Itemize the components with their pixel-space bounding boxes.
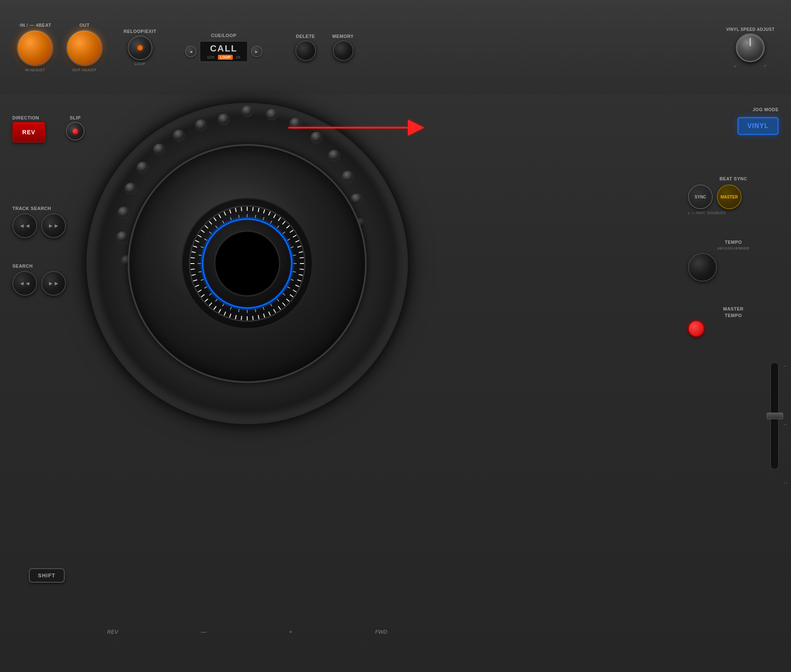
dj-controller: ·IN / — 4BEAT IN ADJUST OUT OUT ADJUST R… — [0, 0, 791, 672]
vinyl-mode-button[interactable]: VINYL — [737, 117, 779, 135]
delete-button[interactable] — [295, 40, 316, 61]
svg-line-44 — [300, 258, 304, 258]
svg-line-71 — [195, 285, 199, 287]
slip-button[interactable] — [66, 122, 84, 140]
svg-line-40 — [293, 235, 297, 237]
svg-line-72 — [193, 280, 197, 281]
svg-line-59 — [253, 316, 253, 320]
in-adjust-label: IN ADJUST — [25, 68, 45, 72]
tempo-slider-thumb[interactable] — [767, 413, 783, 419]
svg-line-112 — [215, 299, 218, 301]
svg-line-37 — [283, 221, 286, 224]
jog-blue-ring — [202, 218, 293, 309]
svg-point-26 — [173, 130, 185, 141]
slider-mark-bottom: — — [784, 481, 787, 484]
minus-label: — — [201, 629, 206, 635]
master-button[interactable]: MASTER — [717, 184, 742, 209]
cue-loop-controls: ◄ CALL 1/2X LOOP 2X ► — [185, 41, 262, 62]
jog-inner-platter[interactable] — [128, 144, 367, 383]
call-right-arrow[interactable]: ► — [251, 46, 262, 57]
call-left-arrow[interactable]: ◄ — [185, 46, 197, 57]
memory-button[interactable] — [333, 40, 353, 61]
svg-line-66 — [214, 306, 216, 310]
direction-label: DIRECTION — [12, 115, 45, 120]
svg-line-82 — [205, 226, 208, 229]
svg-point-27 — [195, 119, 207, 131]
beat-sync-label: BEAT SYNC — [688, 176, 779, 181]
loop-sublabel: LOOP — [135, 62, 145, 66]
track-search-group: TRACK SEARCH ◄◄ ►► — [12, 206, 66, 238]
svg-line-123 — [222, 221, 224, 224]
cue-loop-label: CUE/LOOP — [211, 33, 236, 38]
vinyl-speed-knob[interactable] — [736, 33, 765, 62]
search-forward-button[interactable]: ►► — [41, 271, 66, 296]
out-adjust-label: OUT ADJUST — [73, 68, 97, 72]
sync-button[interactable]: SYNC — [688, 184, 713, 209]
jog-mode-section: JOG MODE VINYL — [688, 107, 779, 135]
svg-line-50 — [293, 290, 297, 292]
svg-point-4 — [328, 150, 340, 161]
reloop-dot — [138, 45, 143, 50]
svg-line-69 — [201, 294, 204, 297]
svg-line-78 — [193, 246, 197, 247]
search-buttons: ◄◄ ►► — [12, 271, 66, 296]
svg-line-101 — [290, 279, 294, 280]
tempo-section: TEMPO ±6/±10/±16/WIDE — [688, 240, 779, 282]
slip-dot — [73, 128, 78, 134]
svg-line-36 — [278, 217, 281, 221]
search-group: SEARCH ◄◄ ►► — [12, 264, 66, 296]
master-tempo-button[interactable] — [688, 320, 704, 337]
tempo-knob[interactable] — [688, 253, 717, 282]
track-search-back-button[interactable]: ◄◄ — [12, 213, 37, 238]
svg-line-53 — [283, 303, 286, 306]
slip-group: SLIP — [66, 115, 84, 140]
jog-wheel-container — [87, 103, 408, 424]
svg-line-109 — [239, 309, 239, 312]
call-text: CALL — [210, 43, 238, 54]
svg-line-48 — [297, 280, 302, 281]
arrow-line — [288, 127, 408, 128]
svg-line-100 — [293, 271, 296, 272]
direction-group: DIRECTION REV — [12, 115, 45, 142]
svg-line-47 — [299, 275, 303, 275]
svg-line-111 — [222, 303, 224, 306]
svg-line-125 — [239, 215, 239, 218]
svg-line-97 — [290, 247, 294, 248]
svg-line-57 — [264, 314, 265, 318]
svg-line-54 — [278, 306, 281, 310]
svg-line-79 — [195, 240, 199, 242]
slider-mark-top: — — [784, 364, 787, 368]
search-back-button[interactable]: ◄◄ — [12, 271, 37, 296]
delete-label: DELETE — [296, 34, 315, 39]
svg-line-114 — [204, 287, 207, 288]
reloop-button[interactable] — [128, 35, 152, 60]
in-button[interactable] — [16, 29, 54, 66]
svg-line-88 — [235, 208, 236, 212]
knob-marker-left: ↙ — [734, 64, 737, 68]
svg-line-115 — [201, 279, 204, 280]
annotation-arrow — [288, 119, 424, 136]
svg-line-46 — [300, 269, 304, 269]
svg-line-116 — [199, 271, 202, 272]
svg-line-113 — [209, 293, 212, 295]
svg-line-38 — [286, 226, 289, 229]
svg-line-104 — [277, 299, 279, 301]
svg-line-77 — [192, 252, 196, 252]
out-button[interactable] — [66, 29, 103, 66]
shift-button[interactable]: SHIFT — [29, 568, 65, 583]
svg-line-122 — [215, 226, 218, 228]
jog-center[interactable] — [181, 198, 313, 329]
svg-line-95 — [283, 232, 285, 234]
track-search-forward-button[interactable]: ►► — [41, 213, 66, 238]
svg-line-55 — [274, 309, 276, 313]
svg-line-120 — [204, 239, 207, 240]
rev-label: REV — [107, 629, 118, 635]
tempo-sub-label: ±6/±10/±16/WIDE — [688, 246, 779, 250]
direction-rev-button[interactable]: REV — [12, 122, 45, 142]
svg-line-39 — [290, 230, 293, 233]
vinyl-speed-section: VINYL SPEED ADJUST ↙ ↗ — [726, 27, 775, 68]
jog-outer-ring[interactable] — [87, 103, 408, 424]
tempo-label: TEMPO — [688, 240, 779, 245]
in-button-group: ·IN / — 4BEAT IN ADJUST — [16, 23, 54, 72]
svg-line-74 — [191, 269, 195, 269]
